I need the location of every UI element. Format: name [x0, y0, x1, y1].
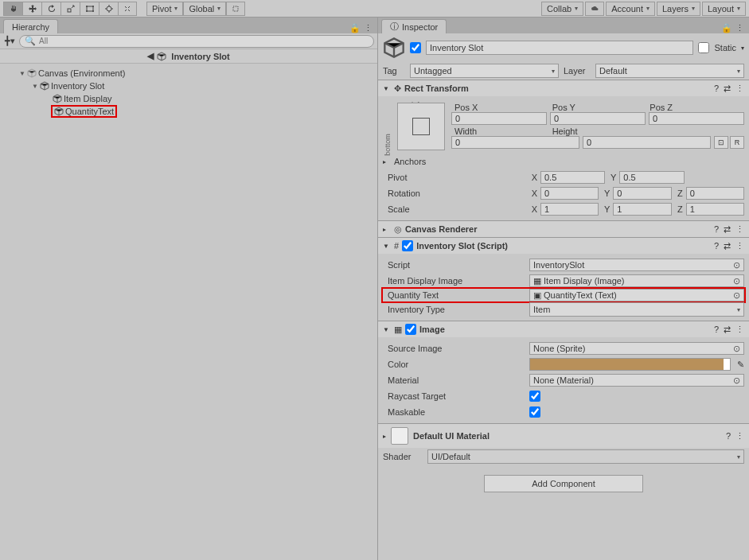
- tag-dropdown[interactable]: Untagged: [410, 64, 559, 78]
- help-icon[interactable]: ?: [714, 325, 719, 335]
- scale-x-field[interactable]: 1: [540, 203, 599, 216]
- help-icon[interactable]: ?: [726, 431, 731, 441]
- static-checkbox[interactable]: [698, 42, 709, 53]
- preset-icon[interactable]: ⇄: [724, 241, 731, 251]
- name-field[interactable]: [426, 41, 693, 55]
- canvas-renderer-header[interactable]: ▸ ◎ Canvas Renderer ?⇄⋮: [378, 221, 749, 237]
- object-picker-icon[interactable]: ⊙: [733, 260, 740, 270]
- panel-menu-icon[interactable]: ⋮: [364, 23, 373, 33]
- object-picker-icon[interactable]: ⊙: [733, 290, 740, 301]
- layer-dropdown[interactable]: Default: [595, 64, 744, 78]
- hand-tool[interactable]: [3, 2, 22, 16]
- material-field[interactable]: None (Material)⊙: [529, 374, 744, 387]
- help-icon[interactable]: ?: [714, 84, 719, 94]
- active-checkbox[interactable]: [410, 42, 421, 53]
- raycast-target-checkbox[interactable]: [529, 391, 540, 402]
- help-icon[interactable]: ?: [714, 241, 719, 251]
- source-image-field[interactable]: None (Sprite)⊙: [529, 342, 744, 355]
- menu-icon[interactable]: ⋮: [735, 431, 744, 441]
- color-field[interactable]: [529, 358, 731, 371]
- rotate-tool[interactable]: [41, 2, 60, 16]
- global-label: Global: [189, 4, 214, 14]
- create-dropdown[interactable]: ╋▾: [3, 36, 16, 46]
- blueprint-toggle[interactable]: ⊡: [714, 136, 728, 149]
- inventory-type-dropdown[interactable]: Item: [529, 302, 744, 317]
- panel-lock-icon[interactable]: 🔒: [721, 23, 732, 33]
- snap-toggle[interactable]: [226, 2, 245, 16]
- rot-z-field[interactable]: 0: [686, 187, 744, 200]
- prefab-icon: [157, 52, 166, 61]
- menu-icon[interactable]: ⋮: [735, 224, 744, 235]
- inspector-tab[interactable]: ⓘ Inspector: [381, 19, 447, 33]
- hierarchy-search[interactable]: 🔍: [19, 35, 374, 48]
- global-toggle[interactable]: Global: [183, 2, 226, 16]
- tree-item-canvas[interactable]: ▼ Canvas (Environment): [0, 67, 377, 80]
- script-enabled-checkbox[interactable]: [402, 240, 413, 251]
- posx-field[interactable]: 0: [451, 112, 547, 125]
- menu-icon[interactable]: ⋮: [735, 325, 744, 335]
- pivot-x-field[interactable]: 0.5: [540, 171, 605, 184]
- preset-icon[interactable]: ⇄: [724, 325, 731, 335]
- rect-transform-header[interactable]: ▼ ✥ Rect Transform ?⇄⋮: [378, 80, 749, 96]
- tree-item-itemdisplay[interactable]: Item Display: [0, 92, 377, 105]
- shader-dropdown: UI/Default: [427, 449, 744, 464]
- scale-z-field[interactable]: 1: [686, 203, 744, 216]
- static-label: Static: [714, 43, 736, 52]
- layout-dropdown[interactable]: Layout: [702, 2, 746, 16]
- maskable-checkbox[interactable]: [529, 406, 540, 418]
- transform-tool[interactable]: [99, 2, 118, 16]
- back-icon[interactable]: ◀: [147, 51, 154, 61]
- svg-point-4: [86, 10, 88, 12]
- add-component-button[interactable]: Add Component: [484, 475, 643, 492]
- script-field: InventorySlot⊙: [529, 259, 744, 271]
- preset-icon[interactable]: ⇄: [724, 84, 731, 94]
- posz-field[interactable]: 0: [649, 112, 744, 125]
- scale-y-field[interactable]: 1: [613, 203, 671, 216]
- eyedropper-icon[interactable]: ✎: [737, 360, 744, 370]
- anchor-preset-button[interactable]: [397, 103, 445, 150]
- layer-label: Layer: [564, 66, 591, 76]
- image-enabled-checkbox[interactable]: [405, 324, 416, 335]
- width-field[interactable]: 0: [451, 136, 579, 149]
- tree-item-slot[interactable]: ▼ Inventory Slot: [0, 80, 377, 92]
- posy-field[interactable]: 0: [550, 112, 646, 125]
- svg-point-2: [86, 6, 88, 7]
- rect-tool[interactable]: [80, 2, 99, 16]
- material-header[interactable]: ▸ Default UI Material ?⋮: [378, 423, 749, 448]
- move-tool[interactable]: [22, 2, 41, 16]
- pivot-label: Pivot: [152, 4, 171, 14]
- menu-icon[interactable]: ⋮: [735, 84, 744, 94]
- prefab-breadcrumb[interactable]: ◀ Inventory Slot: [0, 49, 377, 64]
- object-picker-icon[interactable]: ⊙: [733, 276, 740, 286]
- inventory-slot-script-header[interactable]: ▼ # Inventory Slot (Script) ?⇄⋮: [378, 238, 749, 254]
- menu-icon[interactable]: ⋮: [735, 241, 744, 251]
- rot-y-field[interactable]: 0: [613, 187, 671, 200]
- script-icon: #: [394, 241, 399, 251]
- tree-item-quantitytext[interactable]: QuantityText: [0, 105, 377, 118]
- account-dropdown[interactable]: Account: [606, 2, 655, 16]
- panel-lock-icon[interactable]: 🔒: [349, 23, 361, 33]
- anchors-label[interactable]: Anchors: [394, 157, 426, 166]
- scale-tool[interactable]: [60, 2, 80, 16]
- material-preview-icon: [391, 427, 408, 445]
- image-component-header[interactable]: ▼ ▦ Image ?⇄⋮: [378, 321, 749, 337]
- preset-icon[interactable]: ⇄: [724, 224, 731, 235]
- search-input[interactable]: [39, 37, 369, 45]
- custom-tool[interactable]: [118, 2, 137, 16]
- pivot-toggle[interactable]: Pivot: [146, 2, 183, 16]
- quantity-text-field[interactable]: ▣ QuantityText (Text)⊙: [529, 289, 744, 301]
- item-display-image-field[interactable]: ▦ Item Display (Image)⊙: [529, 274, 744, 287]
- pivot-y-field[interactable]: 0.5: [619, 171, 684, 184]
- object-picker-icon[interactable]: ⊙: [733, 375, 740, 386]
- height-field[interactable]: 0: [583, 136, 711, 149]
- panel-menu-icon[interactable]: ⋮: [735, 23, 744, 33]
- cloud-button[interactable]: [585, 2, 604, 16]
- layers-dropdown[interactable]: Layers: [657, 2, 700, 16]
- raw-toggle[interactable]: R: [730, 136, 744, 149]
- collab-dropdown[interactable]: Collab: [541, 2, 583, 16]
- breadcrumb-label: Inventory Slot: [171, 52, 229, 61]
- object-picker-icon[interactable]: ⊙: [733, 344, 740, 354]
- rot-x-field[interactable]: 0: [540, 187, 599, 200]
- hierarchy-tab[interactable]: Hierarchy: [3, 19, 58, 33]
- help-icon[interactable]: ?: [714, 224, 719, 235]
